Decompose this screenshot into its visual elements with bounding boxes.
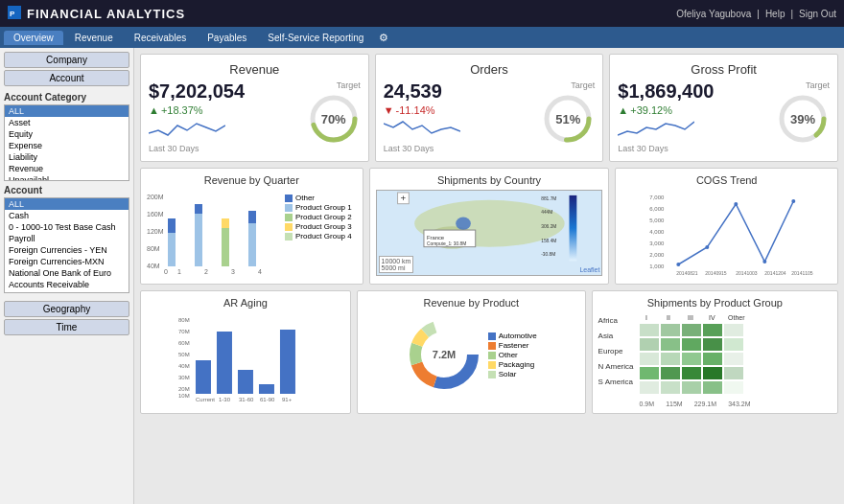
svg-text:1: 1 [177, 268, 181, 275]
svg-text:-30.8M: -30.8M [541, 252, 555, 257]
svg-rect-25 [248, 211, 256, 223]
list-item[interactable]: ALL [5, 105, 129, 117]
svg-rect-22 [222, 228, 229, 266]
orders-value: 24,539 [384, 80, 460, 103]
tab-receivables[interactable]: Receivables [125, 31, 196, 45]
list-item[interactable]: Cash [5, 210, 129, 221]
heatmap-x-scale: 0.9M 115M 229.1M 343.2M [638, 401, 753, 407]
tab-self-service[interactable]: Self-Service Reporting [258, 31, 373, 45]
company-section: Company Account [4, 52, 129, 88]
header-user-area: Ofeliya Yagubova | Help | Sign Out [676, 9, 836, 19]
shipments-by-country-card: Shipments by Country [369, 168, 610, 285]
svg-text:20141204: 20141204 [765, 270, 786, 276]
list-item[interactable]: Expense [5, 140, 129, 151]
list-item[interactable]: Equity [5, 128, 129, 140]
svg-text:3: 3 [231, 268, 235, 275]
revenue-change: +18.37% [149, 104, 245, 116]
svg-rect-101 [640, 367, 659, 379]
help-link[interactable]: Help [765, 9, 785, 19]
svg-text:200M: 200M [147, 194, 164, 200]
account-button[interactable]: Account [4, 70, 129, 86]
shipments-by-product-group-title: Shipments by Product Group [598, 297, 832, 309]
legend-pg3: Product Group 3 [285, 222, 352, 231]
svg-text:70M: 70M [178, 329, 190, 334]
svg-text:4: 4 [258, 268, 262, 275]
list-item[interactable]: National One Bank of Euro [5, 267, 129, 279]
revenue-by-product-title: Revenue by Product [363, 297, 579, 309]
svg-text:10M: 10M [178, 393, 190, 399]
svg-text:Compute_1: 30.8M: Compute_1: 30.8M [426, 241, 465, 246]
svg-rect-97 [661, 353, 680, 365]
list-item[interactable]: Foreign Currencies-MXN [5, 256, 129, 267]
gross-profit-gauge-circle: 39% [776, 92, 830, 146]
header: P FINANCIAL ANALYTICS Ofeliya Yagubova |… [0, 0, 844, 27]
svg-text:30M: 30M [178, 375, 190, 380]
svg-text:3,000: 3,000 [650, 241, 666, 246]
svg-rect-23 [222, 218, 229, 228]
svg-rect-92 [661, 338, 680, 351]
list-item[interactable]: 0 - 1000-10 Test Base Cash [5, 221, 129, 233]
tab-payables[interactable]: Payables [198, 31, 256, 45]
svg-text:20140915: 20140915 [706, 270, 727, 276]
svg-rect-91 [640, 338, 659, 351]
tab-overview[interactable]: Overview [4, 31, 63, 45]
plex-logo: P [8, 6, 21, 21]
gross-profit-target-pct: 39% [790, 112, 815, 126]
heatmap-row-labels: Africa Asia Europe N America S America [598, 312, 634, 407]
list-item[interactable]: Liability [5, 151, 129, 163]
svg-rect-18 [168, 233, 176, 266]
svg-text:20141105: 20141105 [792, 270, 813, 276]
content-area: Revenue $7,202,054 +18.37% Last 30 Days [134, 48, 844, 504]
svg-rect-67 [238, 370, 253, 394]
map-area: 881.7M 444M 306.2M 158.4M -30.8M + Franc… [376, 190, 603, 276]
svg-text:Current: Current [196, 397, 215, 402]
list-item[interactable]: Payroll [5, 233, 129, 244]
svg-point-52 [677, 263, 681, 266]
svg-rect-103 [682, 367, 701, 379]
sidebar: Company Account Account Category ALL Ass… [0, 48, 134, 504]
list-item[interactable]: Unavailabl [5, 174, 129, 181]
svg-text:Other: Other [728, 314, 745, 321]
svg-rect-29 [569, 195, 576, 261]
account-category-list[interactable]: ALL Asset Equity Expense Liability Reven… [4, 104, 129, 181]
list-item[interactable]: Asset [5, 117, 129, 128]
svg-text:91+: 91+ [282, 397, 293, 402]
svg-rect-88 [682, 324, 701, 336]
account-section: Account ALL Cash 0 - 1000-10 Test Base C… [4, 185, 129, 293]
time-button[interactable]: Time [4, 319, 129, 335]
list-item[interactable]: Foreign Currencies - YEN [5, 244, 129, 256]
revenue-by-quarter-title: Revenue by Quarter [147, 174, 357, 186]
tab-revenue[interactable]: Revenue [65, 31, 123, 45]
company-button[interactable]: Company [4, 52, 129, 68]
list-item[interactable]: Accounts Receivable [5, 279, 129, 290]
svg-text:IV: IV [709, 314, 715, 321]
color-swatch [285, 223, 293, 231]
account-list[interactable]: ALL Cash 0 - 1000-10 Test Base Cash Payr… [4, 197, 129, 293]
account-label: Account [4, 185, 129, 195]
signout-link[interactable]: Sign Out [799, 9, 836, 19]
svg-rect-107 [661, 381, 680, 394]
kpi-orders: Orders 24,539 -11.14% Last 30 Days [375, 54, 604, 162]
svg-text:158.4M: 158.4M [541, 239, 556, 243]
gross-profit-gauge: Target 39% [776, 80, 830, 146]
list-item[interactable]: Revenue [5, 163, 129, 174]
svg-rect-89 [703, 324, 722, 336]
sidebar-bottom: Geography Time [4, 297, 129, 337]
svg-text:80M: 80M [178, 317, 190, 323]
list-item[interactable]: ALL [5, 198, 129, 210]
settings-icon[interactable]: ⚙ [379, 32, 388, 44]
svg-text:7.2M: 7.2M [433, 349, 456, 360]
legend-pg2: Product Group 2 [285, 213, 352, 221]
svg-rect-110 [724, 381, 743, 394]
charts-row: Revenue by Quarter 200M 160M 120M 80M 40… [140, 168, 838, 285]
header-left: P FINANCIAL ANALYTICS [8, 6, 185, 21]
svg-text:306.2M: 306.2M [541, 224, 556, 229]
revenue-target-pct: 70% [321, 112, 346, 126]
list-item[interactable]: Inter-company AR [5, 290, 129, 293]
svg-rect-21 [195, 204, 202, 214]
svg-text:31-60: 31-60 [239, 397, 254, 402]
row-label: N America [598, 360, 634, 374]
legend-other: Other [285, 194, 352, 202]
geography-button[interactable]: Geography [4, 301, 129, 317]
svg-text:1-30: 1-30 [219, 397, 231, 402]
